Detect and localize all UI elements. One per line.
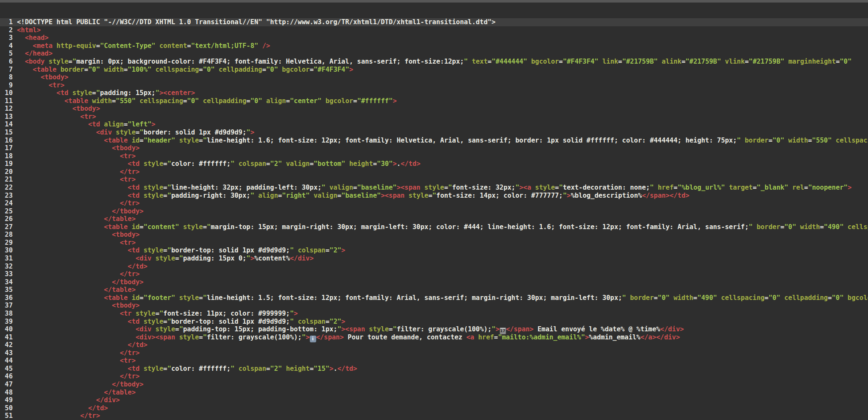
token-value: " xyxy=(290,318,294,325)
code-line[interactable]: 46 </tr> xyxy=(0,372,868,381)
code-line[interactable]: 8 <tbody> xyxy=(0,73,868,81)
code-line[interactable]: 42 </td> xyxy=(0,341,868,349)
line-number: 36 xyxy=(0,294,13,302)
token-tag: <tr> xyxy=(120,176,136,183)
code-line[interactable]: 50 </td> xyxy=(0,404,868,412)
code-text: <table id="header" style="line-height: 1… xyxy=(13,137,868,145)
code-line[interactable]: 44 <tr> xyxy=(0,357,868,365)
line-number: 32 xyxy=(0,263,13,271)
code-line[interactable]: 27 <table id="content" style="margin-top… xyxy=(0,223,868,231)
code-line[interactable]: 43 </tr> xyxy=(0,349,868,357)
code-line[interactable]: 10 <td style="padding: 15px;"><center> xyxy=(0,89,868,97)
token-text: text-decoration: none; xyxy=(563,184,650,191)
token-attribute: valign xyxy=(282,160,309,168)
code-text: </tr> xyxy=(13,412,868,420)
token-value: "490" xyxy=(697,294,717,302)
code-line[interactable]: 5 </head> xyxy=(0,50,868,58)
code-line[interactable]: 29 <tr> xyxy=(0,239,868,247)
code-line[interactable]: 24 </tr> xyxy=(0,199,868,207)
code-line[interactable]: 28 <tbody> xyxy=(0,231,868,239)
code-line[interactable]: 47 </tbody> xyxy=(0,381,868,389)
code-line[interactable]: 6 <body style="margin: 0px; background-c… xyxy=(0,58,868,66)
token-text: = xyxy=(618,58,622,65)
code-line[interactable]: 20 </tr> xyxy=(0,168,868,176)
token-text: = xyxy=(163,160,167,168)
code-line[interactable]: 35 </table> xyxy=(0,286,868,294)
code-text: <div style="padding: 15px 0;">%content%<… xyxy=(13,255,868,263)
token-value: " xyxy=(448,184,452,191)
code-line[interactable]: 41 <div><span style="filter: grayscale(1… xyxy=(0,333,868,342)
code-line[interactable]: 18 <tr> xyxy=(0,152,868,160)
code-line[interactable]: 4 <meta http-equiv="Content-Type" conten… xyxy=(0,42,868,50)
line-number: 48 xyxy=(0,389,13,397)
token-text: = xyxy=(488,58,492,65)
token-value: " xyxy=(737,137,740,144)
code-line[interactable]: 21 <tr> xyxy=(0,176,868,184)
token-text: padding-right: 30px; xyxy=(171,192,250,199)
line-number: 41 xyxy=(0,333,13,342)
token-value: " xyxy=(167,160,171,168)
code-line[interactable]: 11 <table width="550" cellspacing="0" ce… xyxy=(0,97,868,105)
token-tag: </a></div> xyxy=(640,333,680,341)
line-number: 10 xyxy=(0,89,13,97)
code-line[interactable]: 45 <td style="color: #ffffff;" colspan="… xyxy=(0,365,868,373)
token-value: " xyxy=(559,184,563,191)
token-value: "#21759B" xyxy=(685,58,721,65)
token-text: = xyxy=(187,42,191,50)
token-value: " xyxy=(464,58,468,65)
token-text: = xyxy=(183,97,187,105)
code-editor[interactable]: 1<!DOCTYPE html PUBLIC "-//W3C//DTD XHTM… xyxy=(0,3,868,420)
code-line[interactable]: 48 </table> xyxy=(0,389,868,397)
token-text: = xyxy=(337,192,341,199)
code-line[interactable]: 25 </tbody> xyxy=(0,207,868,216)
token-text: = xyxy=(139,223,143,231)
code-line[interactable]: 22 <td style="line-height: 32px; padding… xyxy=(0,184,868,192)
token-attribute: cellpadding xyxy=(780,294,828,302)
code-line[interactable]: 19 <td style="color: #ffffff;" colspan="… xyxy=(0,160,868,168)
token-attribute: valign xyxy=(326,184,353,191)
code-text: <td style="padding: 15px;"><center> xyxy=(13,89,868,97)
code-text: <tbody> xyxy=(13,231,868,239)
code-text: <tbody> xyxy=(13,302,868,310)
code-line[interactable]: 30 <td style="border-top: solid 1px #d9d… xyxy=(0,246,868,255)
code-line[interactable]: 26 </table> xyxy=(0,215,868,223)
token-text: color: #ffffff; xyxy=(171,365,231,372)
code-line[interactable]: 12 <tbody> xyxy=(0,105,868,113)
code-line[interactable]: 17 <tbody> xyxy=(0,144,868,152)
code-line[interactable]: 51 </tr> xyxy=(0,412,868,420)
code-line[interactable]: 33 </tr> xyxy=(0,270,868,278)
code-line[interactable]: 1<!DOCTYPE html PUBLIC "-//W3C//DTD XHTM… xyxy=(0,18,868,26)
code-text: <html> xyxy=(13,26,868,34)
code-text: <tbody> xyxy=(13,73,868,81)
code-line[interactable]: 16 <table id="header" style="line-height… xyxy=(0,137,868,145)
code-line[interactable]: 14 <td align="left"> xyxy=(0,120,868,129)
code-line[interactable]: 39 <td style="border-top: solid 1px #d9d… xyxy=(0,318,868,326)
token-text: = xyxy=(139,294,143,302)
code-line[interactable]: 3 <head> xyxy=(0,34,868,42)
code-line[interactable]: 32 </td> xyxy=(0,263,868,271)
token-text: %content% xyxy=(254,255,290,262)
code-line[interactable]: 2<html> xyxy=(0,26,868,34)
token-value: "left" xyxy=(128,120,151,128)
token-attribute: style xyxy=(175,294,199,302)
token-text: = xyxy=(112,97,116,105)
code-line[interactable]: 13 <tr> xyxy=(0,113,868,121)
code-line[interactable]: 37 <tbody> xyxy=(0,302,868,310)
code-line[interactable]: 15 <div style="border: solid 1px #d9d9d9… xyxy=(0,129,868,137)
code-line[interactable]: 49 </div> xyxy=(0,396,868,404)
code-line[interactable]: 7 <table border="0" width="100%" cellspa… xyxy=(0,66,868,74)
code-line[interactable]: 38 <tr style="font-size: 11px; color: #9… xyxy=(0,310,868,318)
code-line[interactable]: 36 <table id="footer" style="line-height… xyxy=(0,294,868,302)
token-value: " xyxy=(167,365,171,372)
code-line[interactable]: 9 <tr> xyxy=(0,81,868,90)
code-text: </table> xyxy=(13,286,868,294)
code-line[interactable]: 40 <div style="padding-top: 15px; paddin… xyxy=(0,325,868,333)
token-attribute: cellspacing xyxy=(136,97,183,105)
code-text: </tbody> xyxy=(13,278,868,286)
code-line[interactable]: 34 </tbody> xyxy=(0,278,868,286)
code-line[interactable]: 23 <td style="padding-right: 30px;" alig… xyxy=(0,192,868,200)
token-value: "0" xyxy=(658,294,670,302)
token-text: margin: 0px; background-color: #F4F3F4; … xyxy=(76,58,464,65)
token-attribute: style xyxy=(179,223,203,231)
code-line[interactable]: 31 <div style="padding: 15px 0;">%conten… xyxy=(0,255,868,263)
